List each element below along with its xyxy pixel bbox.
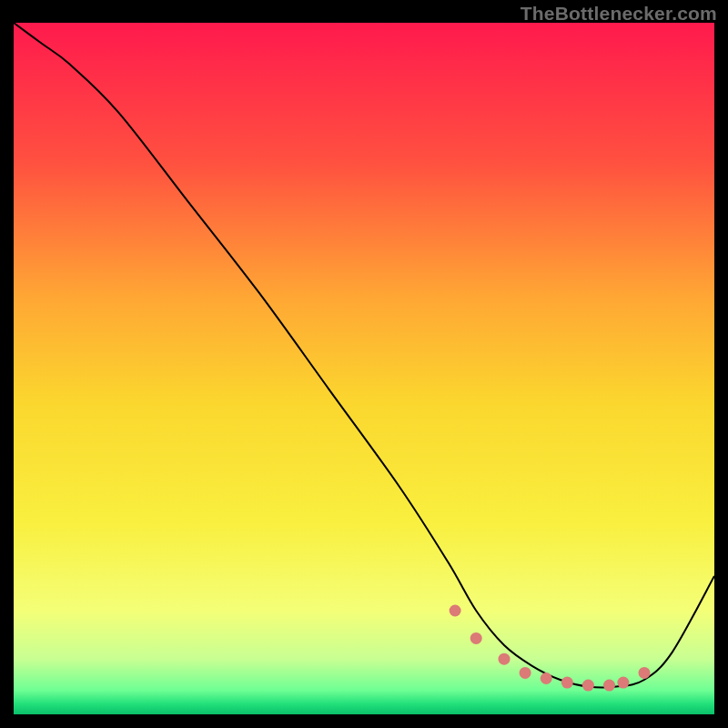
highlight-dot (520, 667, 531, 679)
highlight-dot (470, 632, 482, 644)
highlight-dot (639, 667, 651, 679)
chart-stage: TheBottlenecker.com (0, 0, 728, 728)
gradient-background (14, 23, 714, 714)
highlight-dot (561, 677, 573, 689)
plot-svg (14, 23, 714, 714)
highlight-dot (541, 672, 552, 684)
plot-frame (14, 23, 714, 714)
highlight-dot (617, 677, 629, 689)
highlight-dot (582, 680, 594, 692)
highlight-dot (603, 680, 615, 692)
watermark-text: TheBottlenecker.com (521, 3, 717, 25)
highlight-dot (499, 653, 511, 665)
highlight-dot (450, 605, 461, 617)
